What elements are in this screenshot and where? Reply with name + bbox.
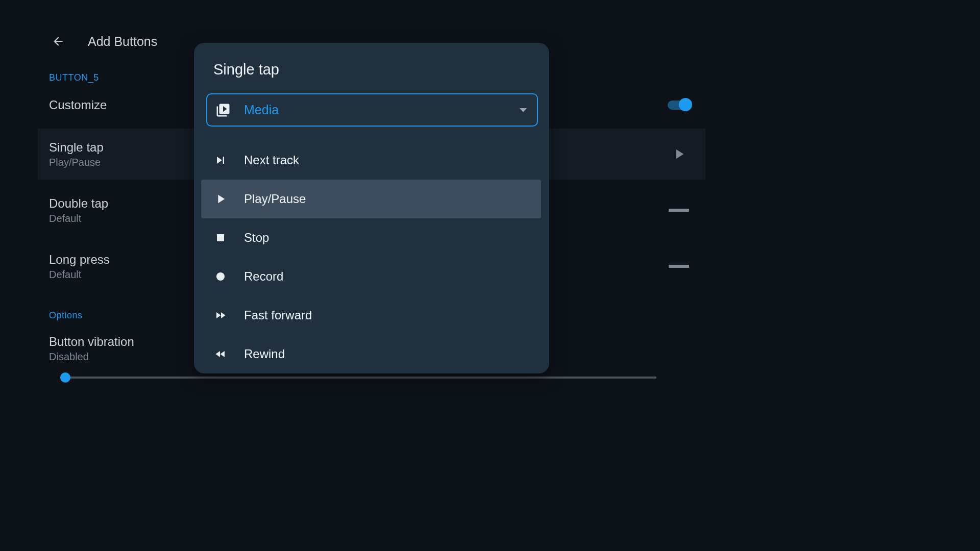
single-tap-title: Single tap: [49, 140, 104, 155]
svg-point-1: [216, 272, 225, 281]
switch-track: [668, 101, 690, 110]
vibration-title: Button vibration: [49, 335, 134, 349]
double-tap-subtitle: Default: [49, 213, 108, 224]
option-label: Play/Pause: [244, 192, 306, 206]
section-label-options: Options: [49, 310, 83, 321]
option-label: Stop: [244, 231, 269, 245]
dropdown-selected-label: Media: [244, 103, 279, 117]
section-label-button: BUTTON_5: [49, 72, 99, 83]
option-play-pause[interactable]: Play/Pause: [201, 180, 541, 218]
option-fast-forward[interactable]: Fast forward: [201, 296, 541, 335]
vibration-subtitle: Disabled: [49, 351, 134, 363]
dash-icon: [664, 256, 694, 277]
dash-icon: [664, 200, 694, 220]
svg-rect-0: [217, 234, 224, 241]
stop-icon: [209, 230, 232, 245]
vibration-slider-track[interactable]: [60, 377, 656, 379]
play-icon: [209, 191, 232, 207]
long-press-subtitle: Default: [49, 269, 110, 281]
option-rewind[interactable]: Rewind: [201, 335, 541, 373]
long-press-title: Long press: [49, 253, 110, 267]
single-tap-subtitle: Play/Pause: [49, 157, 104, 168]
option-stop[interactable]: Stop: [201, 218, 541, 257]
option-record[interactable]: Record: [201, 257, 541, 296]
chevron-down-icon: [520, 108, 527, 112]
screen: Add Buttons BUTTON_5 Customize Single ta…: [0, 0, 743, 416]
action-option-list: Next track Play/Pause Stop Record: [194, 141, 549, 373]
page-header: Add Buttons: [0, 29, 157, 54]
record-icon: [209, 269, 232, 284]
option-label: Record: [244, 269, 283, 284]
page-title: Add Buttons: [88, 34, 157, 49]
play-icon: [664, 144, 694, 164]
double-tap-title: Double tap: [49, 196, 108, 211]
single-tap-dialog: Single tap Media Next track Play/Pause: [194, 43, 549, 373]
rewind-icon: [209, 346, 232, 362]
option-label: Rewind: [244, 347, 285, 361]
media-collection-icon: [214, 102, 232, 119]
switch-thumb: [679, 98, 692, 111]
dialog-title: Single tap: [194, 61, 549, 78]
customize-label: Customize: [49, 98, 107, 112]
option-next-track[interactable]: Next track: [201, 141, 541, 180]
vibration-slider-thumb[interactable]: [60, 372, 70, 383]
fast-forward-icon: [209, 308, 232, 323]
customize-switch[interactable]: [664, 95, 694, 115]
option-label: Next track: [244, 153, 299, 167]
next-track-icon: [209, 153, 232, 168]
option-label: Fast forward: [244, 308, 312, 322]
back-icon[interactable]: [51, 34, 65, 48]
category-dropdown[interactable]: Media: [206, 93, 538, 127]
